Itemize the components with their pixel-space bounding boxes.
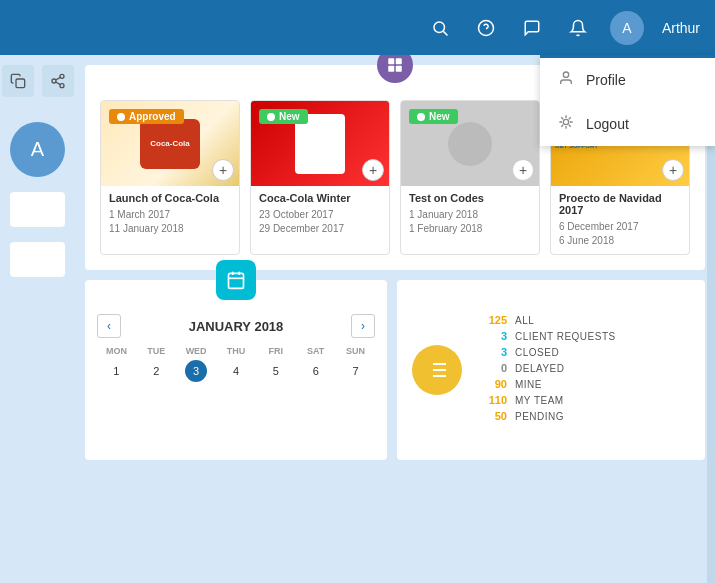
project-dates: 6 December 2017 6 June 2018 — [559, 220, 681, 248]
search-icon[interactable] — [426, 14, 454, 42]
project-add-button[interactable]: + — [362, 159, 384, 181]
left-sidebar: A — [0, 55, 75, 583]
project-title: Proecto de Navidad 2017 — [559, 192, 681, 216]
project-card: New + Coca-Cola Winter 23 October 2017 2… — [250, 100, 390, 255]
badge-label: New — [429, 111, 450, 122]
svg-rect-16 — [229, 273, 244, 288]
sidebar-top-icons — [2, 65, 74, 97]
cal-day[interactable]: 4 — [225, 360, 247, 382]
project-card-body: Test on Codes 1 January 2018 1 February … — [401, 186, 539, 242]
svg-line-11 — [55, 77, 60, 80]
cal-day[interactable]: 7 — [345, 360, 367, 382]
logout-menu-item[interactable]: Logout — [540, 102, 715, 146]
header: A Arthur — [0, 0, 715, 55]
project-badge: New — [409, 109, 458, 124]
svg-rect-12 — [388, 58, 394, 64]
profile-label: Profile — [586, 72, 626, 88]
svg-rect-13 — [396, 58, 402, 64]
stat-number: 125 — [477, 314, 507, 326]
badge-label: Approved — [129, 111, 176, 122]
stat-number: 3 — [477, 346, 507, 358]
stats-section: 125 ALL 3 CLIENT REQUESTS 3 CLOSED 0 DEL… — [397, 280, 705, 460]
project-add-button[interactable]: + — [212, 159, 234, 181]
project-card-body: Launch of Coca-Cola 1 March 2017 11 Janu… — [101, 186, 239, 242]
sidebar-mini-card-2 — [10, 242, 65, 277]
stats-icon — [412, 345, 462, 395]
day-header: FRI — [256, 346, 295, 356]
svg-rect-6 — [16, 79, 25, 88]
dropdown-menu: Profile Logout — [540, 55, 715, 146]
svg-point-7 — [60, 74, 64, 78]
project-dates: 1 March 2017 11 January 2018 — [109, 208, 231, 236]
project-title: Coca-Cola Winter — [259, 192, 381, 204]
share-icon[interactable] — [42, 65, 74, 97]
profile-menu-item[interactable]: Profile — [540, 58, 715, 102]
help-icon[interactable] — [472, 14, 500, 42]
cal-day[interactable]: 1 — [105, 360, 127, 382]
profile-icon — [558, 70, 574, 90]
project-title: Test on Codes — [409, 192, 531, 204]
stat-label: MINE — [515, 379, 542, 390]
stat-label: PENDING — [515, 411, 564, 422]
bottom-section: ‹ JANUARY 2018 › MON TUE WED THU FRI SAT… — [85, 280, 705, 460]
stat-number: 50 — [477, 410, 507, 422]
calendar-section: ‹ JANUARY 2018 › MON TUE WED THU FRI SAT… — [85, 280, 387, 460]
cal-day[interactable]: 6 — [305, 360, 327, 382]
stat-number: 110 — [477, 394, 507, 406]
badge-label: New — [279, 111, 300, 122]
calendar-grid: MON TUE WED THU FRI SAT SUN 1 2 3 4 5 6 … — [97, 346, 375, 382]
calendar-month-label: JANUARY 2018 — [189, 319, 284, 334]
prev-month-button[interactable]: ‹ — [97, 314, 121, 338]
project-add-button[interactable]: + — [512, 159, 534, 181]
stat-number: 90 — [477, 378, 507, 390]
svg-line-1 — [443, 31, 447, 35]
bell-icon[interactable] — [564, 14, 592, 42]
chat-icon[interactable] — [518, 14, 546, 42]
avatar[interactable]: A — [610, 11, 644, 45]
sidebar-mini-card-1 — [10, 192, 65, 227]
copy-icon[interactable] — [2, 65, 34, 97]
stat-number: 3 — [477, 330, 507, 342]
stat-row: 0 DELAYED — [477, 362, 690, 374]
project-title: Launch of Coca-Cola — [109, 192, 231, 204]
sidebar-avatar: A — [10, 122, 65, 177]
project-add-button[interactable]: + — [662, 159, 684, 181]
svg-point-0 — [434, 22, 445, 33]
svg-point-9 — [60, 84, 64, 88]
stat-row: 50 PENDING — [477, 410, 690, 422]
stat-row: 110 MY TEAM — [477, 394, 690, 406]
logout-icon — [558, 114, 574, 134]
calendar-nav: ‹ JANUARY 2018 › — [97, 314, 375, 338]
day-header: TUE — [137, 346, 176, 356]
day-header: THU — [217, 346, 256, 356]
svg-point-8 — [52, 79, 56, 83]
project-badge: Approved — [109, 109, 184, 124]
day-header: MON — [97, 346, 136, 356]
cal-day[interactable]: 2 — [145, 360, 167, 382]
svg-point-5 — [563, 119, 568, 124]
stat-label: DELAYED — [515, 363, 564, 374]
calendar-header-row: MON TUE WED THU FRI SAT SUN — [97, 346, 375, 356]
project-card: Coca-Cola Approved + Launch of Coca-Cola… — [100, 100, 240, 255]
project-dates: 1 January 2018 1 February 2018 — [409, 208, 531, 236]
stats-list: 125 ALL 3 CLIENT REQUESTS 3 CLOSED 0 DEL… — [477, 314, 690, 426]
logout-label: Logout — [586, 116, 629, 132]
stat-label: ALL — [515, 315, 534, 326]
day-header: SAT — [296, 346, 335, 356]
cal-day-today[interactable]: 3 — [185, 360, 207, 382]
project-badge: New — [259, 109, 308, 124]
next-month-button[interactable]: › — [351, 314, 375, 338]
project-image: Coca-Cola Approved + — [101, 101, 239, 186]
calendar-icon — [216, 260, 256, 300]
calendar-row: 1 2 3 4 5 6 7 — [97, 360, 375, 382]
svg-point-4 — [563, 72, 568, 77]
project-card: New + Test on Codes 1 January 2018 1 Feb… — [400, 100, 540, 255]
project-image: New + — [251, 101, 389, 186]
day-header: WED — [177, 346, 216, 356]
cal-day[interactable]: 5 — [265, 360, 287, 382]
svg-rect-14 — [388, 66, 394, 72]
username-label[interactable]: Arthur — [662, 20, 700, 36]
stat-row: 3 CLIENT REQUESTS — [477, 330, 690, 342]
stat-row: 90 MINE — [477, 378, 690, 390]
stat-label: CLIENT REQUESTS — [515, 331, 616, 342]
